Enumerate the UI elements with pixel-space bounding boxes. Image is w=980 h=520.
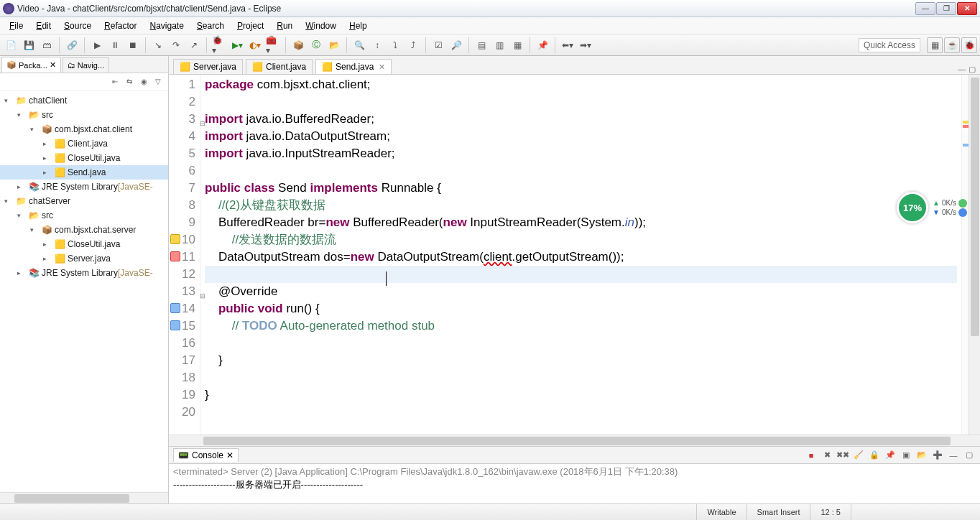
- line-number[interactable]: 9: [169, 214, 195, 231]
- editor-vscrollbar[interactable]: [969, 75, 980, 435]
- sidebar-hscrollbar[interactable]: [0, 492, 168, 503]
- tree-item[interactable]: ▾📁chatServer: [0, 194, 168, 208]
- line-number[interactable]: 12: [169, 266, 195, 283]
- expand-icon[interactable]: ▾: [17, 212, 26, 219]
- link-editor-button[interactable]: ⇆: [124, 76, 135, 88]
- debug-suspend-button[interactable]: ⏸: [107, 37, 123, 53]
- editor-tab[interactable]: 🟨Client.java: [246, 59, 313, 74]
- code-line[interactable]: @Override: [205, 283, 957, 300]
- menu-run[interactable]: Run: [270, 19, 299, 33]
- line-number[interactable]: 5: [169, 145, 195, 162]
- tree-item[interactable]: ▾📦com.bjsxt.chat.client: [0, 122, 168, 136]
- code-line[interactable]: import java.io.DataOutputStream;: [205, 128, 957, 145]
- tree-item[interactable]: ▾📂src: [0, 208, 168, 223]
- code-line[interactable]: [205, 162, 957, 180]
- layout-button2[interactable]: ▥: [491, 37, 507, 53]
- tab-console[interactable]: 📟 Console ✕: [173, 448, 239, 462]
- search-button[interactable]: 🔍: [351, 37, 367, 53]
- prev-annotation-button[interactable]: ⤴: [405, 37, 421, 53]
- line-number[interactable]: 13: [169, 283, 195, 300]
- close-icon[interactable]: ✕: [379, 62, 385, 72]
- expand-icon[interactable]: ▾: [4, 198, 13, 205]
- quick-access-field[interactable]: Quick Access: [859, 38, 920, 52]
- open-perspective-button[interactable]: ▦: [927, 37, 943, 53]
- tree-item[interactable]: ▸📚JRE System Library [JavaSE-: [0, 180, 168, 194]
- new-class-button[interactable]: Ⓒ: [308, 37, 324, 53]
- line-number[interactable]: 3: [169, 111, 195, 128]
- display-selected-button[interactable]: ▣: [900, 449, 912, 462]
- tab-navigator[interactable]: 🗂 Navig...: [63, 57, 109, 73]
- pin-console-button[interactable]: 📌: [884, 449, 897, 462]
- annotation-nav-button[interactable]: ↕: [369, 37, 385, 53]
- editor-tab[interactable]: 🟨Server.java: [173, 59, 243, 74]
- toggle-breadcrumb-button[interactable]: 🔗: [64, 37, 80, 53]
- editor-min-button[interactable]: —: [958, 65, 966, 74]
- minimize-button[interactable]: —: [915, 2, 935, 15]
- err-marker-icon[interactable]: [170, 251, 180, 261]
- coverage-button[interactable]: ◐▾: [247, 37, 263, 53]
- warn-marker-icon[interactable]: [170, 234, 180, 244]
- code-line[interactable]: DataOutputStream dos=new DataOutputStrea…: [205, 249, 957, 266]
- line-number[interactable]: 4: [169, 128, 195, 145]
- expand-icon[interactable]: ▸: [43, 255, 52, 262]
- code-line[interactable]: //发送数据的数据流: [205, 231, 957, 249]
- code-line[interactable]: [205, 369, 957, 386]
- expand-icon[interactable]: ▾: [17, 111, 26, 119]
- code-content[interactable]: package com.bjsxt.chat.client; import ja…: [200, 75, 961, 435]
- debug-stop-button[interactable]: ⏹: [125, 37, 141, 53]
- code-line[interactable]: import java.io.InputStreamReader;: [205, 145, 957, 162]
- menu-window[interactable]: Window: [299, 19, 343, 33]
- code-line[interactable]: //(2)从键盘获取数据: [205, 197, 957, 214]
- tasks-search-button[interactable]: 🔎: [448, 37, 464, 53]
- close-button[interactable]: ✕: [957, 2, 977, 15]
- layout-button3[interactable]: ▦: [509, 37, 525, 53]
- menu-refactor[interactable]: Refactor: [98, 19, 143, 33]
- code-line[interactable]: package com.bjsxt.chat.client;: [205, 76, 957, 93]
- info-marker-icon[interactable]: [170, 303, 180, 313]
- line-number[interactable]: 1: [169, 76, 195, 93]
- tree-item[interactable]: ▸🟨Server.java: [0, 251, 168, 266]
- editor-max-button[interactable]: ▢: [969, 65, 976, 74]
- line-number[interactable]: 8: [169, 197, 195, 214]
- tree-item[interactable]: ▸🟨CloseUtil.java: [0, 151, 168, 165]
- expand-icon[interactable]: ▸: [17, 269, 26, 277]
- console-output[interactable]: <terminated> Server (2) [Java Applicatio…: [169, 464, 980, 503]
- line-number[interactable]: 19: [169, 386, 195, 404]
- line-number[interactable]: 2: [169, 93, 195, 111]
- step-over-button[interactable]: ↷: [168, 37, 184, 53]
- tree-item[interactable]: ▾📁chatClient: [0, 93, 168, 108]
- code-line[interactable]: public class Send implements Runnable {: [205, 180, 957, 197]
- debug-perspective-button[interactable]: 🐞: [961, 37, 977, 53]
- expand-icon[interactable]: ▸: [43, 241, 52, 248]
- console-min-button[interactable]: —: [947, 449, 960, 462]
- new-console-button[interactable]: ➕: [931, 449, 944, 462]
- line-number[interactable]: 17: [169, 352, 195, 369]
- open-console-button[interactable]: 📂: [915, 449, 928, 462]
- code-line[interactable]: [205, 93, 957, 111]
- expand-icon[interactable]: ▾: [4, 97, 13, 104]
- menu-help[interactable]: Help: [343, 19, 374, 33]
- expand-icon[interactable]: ▾: [30, 226, 39, 233]
- code-line[interactable]: [205, 404, 957, 421]
- line-number[interactable]: 7: [169, 180, 195, 197]
- focus-task-button[interactable]: ◉: [138, 76, 149, 88]
- overview-ruler[interactable]: [961, 75, 969, 435]
- expand-icon[interactable]: ▸: [43, 169, 52, 176]
- code-line[interactable]: }: [205, 386, 957, 404]
- view-menu-button[interactable]: ▽: [152, 76, 164, 88]
- clear-console-button[interactable]: 🧹: [852, 449, 865, 462]
- code-line[interactable]: [205, 266, 957, 283]
- terminate-button[interactable]: ■: [805, 449, 818, 462]
- editor-hscrollbar[interactable]: [169, 435, 980, 446]
- tree-item[interactable]: ▸🟨Client.java: [0, 136, 168, 151]
- step-return-button[interactable]: ↗: [186, 37, 202, 53]
- tree-item[interactable]: ▾📂src: [0, 108, 168, 122]
- debug-resume-button[interactable]: ▶: [89, 37, 105, 53]
- menu-edit[interactable]: Edit: [29, 19, 57, 33]
- close-icon[interactable]: ✕: [226, 450, 234, 460]
- line-number[interactable]: 18: [169, 369, 195, 386]
- pin-button[interactable]: 📌: [535, 37, 550, 53]
- code-line[interactable]: // TODO Auto-generated method stub: [205, 317, 957, 335]
- scroll-lock-button[interactable]: 🔒: [868, 449, 881, 462]
- code-line[interactable]: }: [205, 352, 957, 369]
